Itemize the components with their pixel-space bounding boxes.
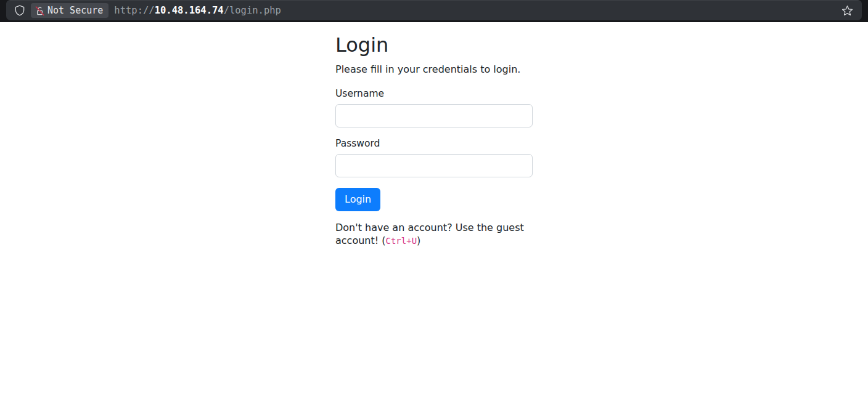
address-bar[interactable]: Not Secure http://10.48.164.74/login.php: [6, 0, 862, 20]
broken-lock-icon: [34, 5, 45, 16]
page-title: Login: [335, 33, 533, 57]
url-text: http://10.48.164.74/login.php: [114, 5, 281, 16]
guest-prompt-after: ): [417, 235, 420, 246]
guest-shortcut-code: Ctrl+U: [385, 236, 417, 246]
guest-account-prompt: Don't have an account? Use the guest acc…: [335, 222, 533, 247]
security-chip-label: Not Secure: [47, 5, 103, 16]
shield-icon[interactable]: [12, 3, 27, 18]
page-body: Login Please fill in your credentials to…: [0, 22, 868, 412]
password-label: Password: [335, 138, 533, 149]
url-host: 10.48.164.74: [155, 5, 224, 16]
username-label: Username: [335, 88, 533, 99]
username-input[interactable]: [335, 104, 533, 127]
login-subtitle: Please fill in your credentials to login…: [335, 63, 533, 76]
url-scheme: http://: [114, 5, 154, 16]
security-chip[interactable]: Not Secure: [31, 3, 108, 18]
login-form: Login Please fill in your credentials to…: [335, 33, 533, 247]
password-input[interactable]: [335, 154, 533, 177]
guest-prompt-before: Don't have an account? Use the guest acc…: [335, 222, 524, 246]
login-button[interactable]: Login: [335, 188, 380, 211]
browser-toolbar: Not Secure http://10.48.164.74/login.php: [0, 0, 868, 22]
url-path: /login.php: [224, 5, 281, 16]
bookmark-star-icon[interactable]: [840, 3, 854, 18]
